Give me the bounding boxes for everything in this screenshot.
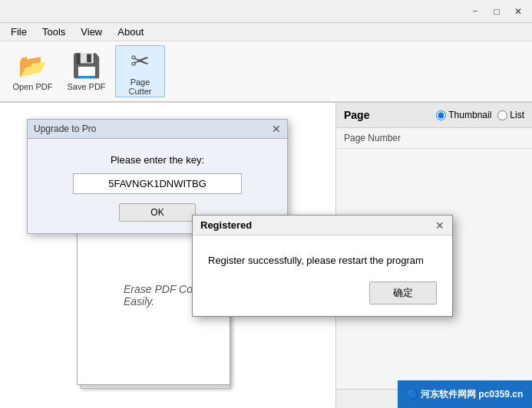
registered-title-bar: Registered ✕ (193, 216, 452, 235)
title-bar-controls: － □ ✕ (465, 4, 528, 19)
upgrade-dialog-title-bar: Upgrade to Pro ✕ (28, 120, 287, 139)
upgrade-dialog-close-button[interactable]: ✕ (272, 123, 281, 134)
thumbnail-label: Thumbnail (448, 110, 491, 120)
page-number-label: Page Number (336, 128, 532, 149)
view-options: Thumbnail List (436, 110, 524, 120)
menu-about[interactable]: About (110, 25, 151, 39)
minimize-button[interactable]: － (465, 4, 485, 19)
page-title: Page (344, 109, 369, 121)
registered-content: Register successfully, please restart th… (193, 235, 452, 316)
watermark: 🔵 河东软件网网 pc0359.cn (398, 380, 532, 408)
menu-file[interactable]: File (3, 25, 35, 39)
list-radio-group[interactable]: List (497, 110, 524, 120)
registered-dialog: Registered ✕ Register successfully, plea… (192, 215, 453, 317)
upgrade-dialog-title: Upgrade to Pro (34, 123, 96, 134)
title-bar: － □ ✕ (0, 0, 532, 23)
close-button[interactable]: ✕ (508, 4, 528, 19)
save-pdf-button[interactable]: 💾 Save PDF (61, 45, 111, 97)
save-pdf-icon: 💾 (72, 52, 101, 79)
upgrade-dialog-prompt: Please enter the key: (43, 154, 272, 166)
page-cutter-icon: ✂ (131, 48, 150, 74)
thumbnail-radio[interactable] (436, 110, 446, 120)
list-label: List (510, 110, 524, 120)
open-pdf-label: Open PDF (13, 82, 53, 91)
license-key-input[interactable] (73, 173, 242, 194)
registered-title: Registered (200, 219, 252, 231)
open-pdf-icon: 📂 (18, 52, 47, 79)
open-pdf-button[interactable]: 📂 Open PDF (8, 45, 58, 97)
page-cutter-label: Page Cutter (119, 77, 161, 96)
registered-message: Register successfully, please restart th… (208, 255, 437, 266)
menu-tools[interactable]: Tools (35, 25, 73, 39)
ok-button[interactable]: OK (119, 203, 195, 222)
confirm-btn-row: 确定 (208, 281, 437, 304)
menu-bar: File Tools View About (0, 23, 532, 41)
toolbar: 📂 Open PDF 💾 Save PDF ✂ Page Cutter (0, 41, 532, 103)
maximize-button[interactable]: □ (487, 4, 507, 19)
thumbnail-radio-group[interactable]: Thumbnail (436, 110, 491, 120)
save-pdf-label: Save PDF (67, 82, 105, 91)
confirm-button[interactable]: 确定 (369, 281, 437, 304)
page-header: Page Thumbnail List (336, 103, 532, 128)
menu-view[interactable]: View (73, 25, 110, 39)
list-radio[interactable] (497, 110, 507, 120)
page-cutter-button[interactable]: ✂ Page Cutter (115, 45, 165, 97)
watermark-text: 🔵 河东软件网网 pc0359.cn (407, 388, 524, 401)
registered-dialog-close-button[interactable]: ✕ (435, 220, 444, 231)
